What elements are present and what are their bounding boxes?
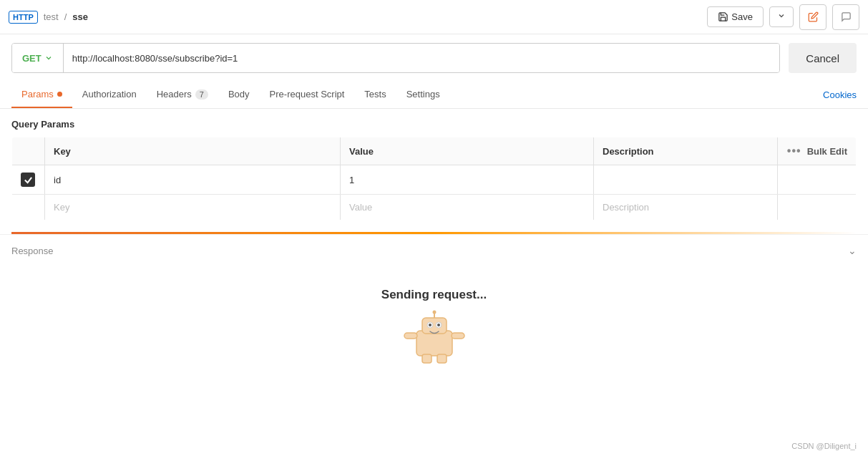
comment-button[interactable]	[832, 4, 859, 30]
params-table: Key Value Description ••• Bulk Edit	[11, 137, 857, 220]
tab-pre-request-script[interactable]: Pre-request Script	[260, 82, 355, 108]
top-bar: HTTP test / sse Save	[0, 0, 868, 34]
footer-attribution: CSDN @Diligent_i	[791, 442, 857, 450]
params-dot	[57, 92, 62, 97]
headers-badge: 7	[195, 89, 208, 100]
edit-icon	[808, 11, 819, 22]
tab-cookies[interactable]: Cookies	[813, 82, 857, 107]
tab-tests[interactable]: Tests	[354, 82, 396, 108]
url-input[interactable]	[64, 44, 780, 72]
edit-button[interactable]	[799, 4, 826, 30]
tab-headers[interactable]: Headers 7	[147, 82, 218, 108]
response-label: Response	[11, 246, 54, 256]
row-checkbox-cell	[12, 165, 45, 195]
svg-point-4	[429, 324, 431, 326]
tab-authorization[interactable]: Authorization	[72, 82, 147, 108]
empty-key-cell[interactable]: Key	[45, 195, 341, 220]
row-key-cell[interactable]: id	[45, 165, 341, 195]
table-empty-row: Key Value Description	[12, 195, 857, 220]
tab-body[interactable]: Body	[218, 82, 260, 108]
col-header-check	[12, 137, 45, 165]
table-row: id 1	[12, 165, 857, 195]
request-name: sse	[72, 11, 88, 22]
query-params-title: Query Params	[11, 119, 857, 130]
method-select[interactable]: GET	[12, 44, 64, 72]
sending-area: Sending request...	[0, 266, 868, 374]
col-header-description: Description	[594, 137, 778, 165]
breadcrumb-separator: /	[64, 11, 67, 22]
cancel-button[interactable]: Cancel	[789, 43, 857, 73]
empty-value-cell[interactable]: Value	[341, 195, 594, 220]
svg-rect-1	[422, 318, 447, 334]
empty-actions-cell	[778, 195, 857, 220]
response-section: Response ⌄	[0, 234, 868, 266]
url-bar: GET Cancel	[0, 34, 868, 82]
robot-illustration	[399, 309, 470, 367]
chevron-down-icon	[44, 54, 53, 62]
save-dropdown-button[interactable]	[769, 6, 794, 27]
col-header-key: Key	[45, 137, 341, 165]
tabs: Params Authorization Headers 7 Body Pre-…	[0, 82, 868, 109]
row-actions-cell	[778, 165, 857, 195]
http-badge: HTTP	[9, 11, 38, 24]
col-header-actions: ••• Bulk Edit	[778, 137, 857, 165]
project-name: test	[44, 11, 59, 22]
checkbox-checked[interactable]	[21, 173, 35, 187]
response-chevron-icon[interactable]: ⌄	[848, 245, 857, 256]
svg-rect-10	[422, 354, 431, 363]
svg-point-5	[437, 324, 440, 326]
svg-rect-11	[437, 354, 447, 363]
comment-icon	[841, 11, 852, 22]
row-description-cell[interactable]	[594, 165, 778, 195]
row-value-cell[interactable]: 1	[341, 165, 594, 195]
breadcrumb: HTTP test / sse	[9, 11, 88, 24]
col-header-value: Value	[341, 137, 594, 165]
svg-point-7	[432, 311, 436, 314]
tab-settings[interactable]: Settings	[396, 82, 450, 108]
params-content: Query Params Key Value Description ••• B…	[0, 109, 868, 234]
svg-rect-0	[416, 331, 452, 356]
more-options-icon[interactable]: •••	[787, 145, 801, 157]
save-icon	[718, 11, 728, 22]
bulk-edit-button[interactable]: Bulk Edit	[807, 146, 847, 157]
top-bar-actions: Save	[707, 4, 859, 30]
empty-check-cell	[12, 195, 45, 220]
svg-rect-9	[452, 333, 464, 339]
save-button[interactable]: Save	[707, 6, 764, 27]
empty-description-cell[interactable]: Description	[594, 195, 778, 220]
chevron-down-icon	[777, 11, 786, 20]
svg-rect-8	[404, 333, 417, 339]
tab-params[interactable]: Params	[11, 82, 72, 108]
sending-text: Sending request...	[381, 288, 487, 302]
url-input-wrapper: GET	[11, 43, 780, 73]
